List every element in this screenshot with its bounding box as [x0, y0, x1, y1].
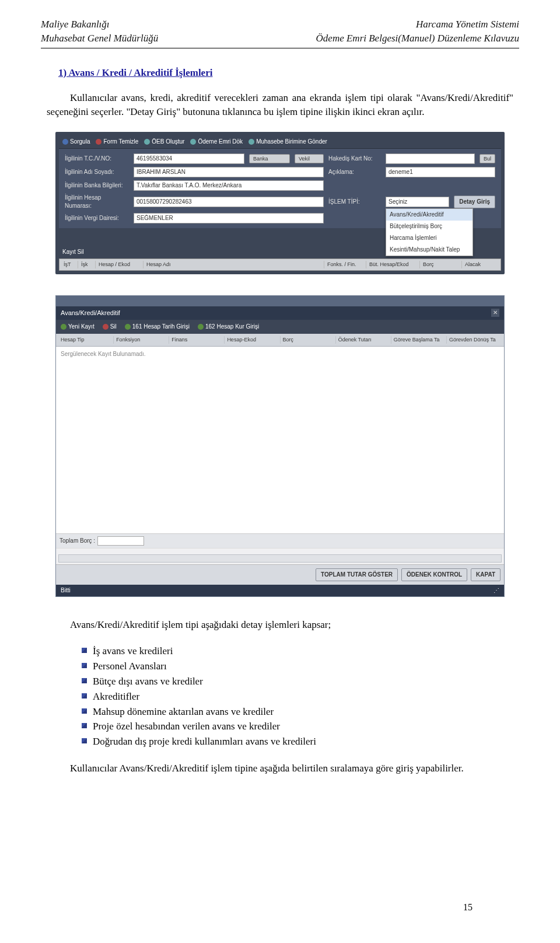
- list-item: İş avans ve kredileri: [82, 644, 513, 658]
- gonder-label: Muhasebe Birimine Gönder: [256, 138, 327, 146]
- s1-col-5: Büt. Hesap/Ekod: [368, 261, 420, 268]
- s2-col-7[interactable]: Görevden Dönüş Ta: [447, 336, 502, 344]
- input-hakedis[interactable]: [386, 153, 475, 164]
- detay-giris-button[interactable]: Detay Giriş: [454, 195, 495, 208]
- bullet-icon: [82, 663, 87, 668]
- s1-col-3: Hesap Adı: [145, 261, 324, 268]
- s2-statusbar: Bitti ⋰: [56, 585, 504, 596]
- input-banka[interactable]: [134, 180, 324, 191]
- lbl-adsoy: İlgilinin Adı Soyadı:: [65, 168, 129, 176]
- page-number: 15: [463, 901, 473, 914]
- list-item: Mahsup dönemine aktarılan avans ve kredi…: [82, 705, 513, 719]
- close-icon[interactable]: ✕: [491, 309, 499, 317]
- s1-col-0: İşT: [62, 261, 78, 268]
- oeb-olustur-button[interactable]: ÖEB Oluştur: [144, 138, 184, 146]
- bullet-icon: [82, 723, 87, 728]
- odeme-label: Ödeme Emri Dök: [198, 138, 243, 146]
- s1-col-1: İşk: [79, 261, 96, 268]
- clear-icon: [96, 139, 102, 145]
- dd-item-0[interactable]: Avans/Kredi/Akreditif: [386, 209, 473, 221]
- input-adsoy[interactable]: [134, 167, 324, 177]
- paragraph-1: Kullanıcılar avans, kredi, akreditif ver…: [47, 91, 513, 119]
- input-aciklama[interactable]: [386, 167, 495, 177]
- paragraph-2: Avans/Kredi/Akreditif işlem tipi aşağıda…: [47, 618, 513, 632]
- lbl-hesap: İlgilinin Hesap Numarası:: [65, 194, 129, 210]
- toplam-input[interactable]: [97, 536, 144, 546]
- banka-button[interactable]: Banka: [249, 154, 290, 164]
- s2-col-1[interactable]: Fonksiyon: [114, 336, 169, 344]
- bul-button[interactable]: Bul: [480, 154, 495, 164]
- hdr-right1: Harcama Yönetim Sistemi: [316, 18, 519, 32]
- s2-col-4[interactable]: Borç: [281, 336, 336, 344]
- hdr-left1: Maliye Bakanlığı: [41, 18, 158, 32]
- s1-toolbar: Sorgula Form Temizle ÖEB Oluştur Ödeme E…: [59, 135, 501, 149]
- s2-toolbar: Yeni Kayıt Sil 161 Hesap Tarih Girişi 16…: [56, 320, 504, 334]
- delete-icon: [103, 324, 108, 330]
- oeb-label: ÖEB Oluştur: [152, 138, 184, 146]
- sorgula-label: Sorgula: [70, 138, 90, 146]
- bullet-icon: [82, 678, 87, 683]
- gonder-button[interactable]: Muhasebe Birimine Gönder: [249, 138, 327, 146]
- sorgula-button[interactable]: Sorgula: [62, 138, 90, 146]
- input-hesap[interactable]: [134, 197, 324, 207]
- s2-col-5[interactable]: Ödenek Tutarı: [336, 336, 391, 344]
- h161-button[interactable]: 161 Hesap Tarih Girişi: [125, 323, 190, 331]
- list-item: Bütçe dışı avans ve krediler: [82, 675, 513, 689]
- s1-col-6: Borç: [421, 261, 462, 268]
- screenshot-2: Avans/Kredi/Akreditif ✕ Yeni Kayıt Sil 1…: [55, 295, 505, 597]
- toplam-label: Toplam Borç :: [60, 537, 95, 545]
- islem-dropdown[interactable]: Avans/Kredi/Akreditif Bütçeleştirilmiş B…: [386, 197, 449, 207]
- h-scrollbar[interactable]: [58, 554, 502, 563]
- dd-item-1[interactable]: Bütçeleştirilmiş Borç: [386, 221, 473, 232]
- form-temizle-label: Form Temizle: [103, 138, 138, 146]
- list-item: Akreditifler: [82, 690, 513, 704]
- s1-form: İlgilinin T.C./V.NO: Banka Vekil Hakediş…: [59, 149, 501, 228]
- s1-column-headers: İşT İşk Hesap / Ekod Hesap Adı Fonks. / …: [59, 259, 501, 271]
- send-icon: [249, 139, 254, 145]
- select-islem[interactable]: [386, 197, 449, 207]
- dd-item-2[interactable]: Harcama İşlemleri: [386, 232, 473, 244]
- doc-icon: [144, 139, 150, 145]
- s2-button-bar: TOPLAM TUTAR GÖSTER ÖDENEK KONTROL KAPAT: [56, 564, 504, 585]
- vekil-button[interactable]: Vekil: [295, 154, 324, 164]
- status-text: Bitti: [61, 586, 71, 595]
- input-tcvno[interactable]: [134, 153, 244, 164]
- s2-titlebar: Avans/Kredi/Akreditif ✕: [56, 306, 504, 320]
- s2-scroll-area: [56, 548, 504, 564]
- s2-col-0[interactable]: Hesap Tip: [58, 336, 114, 344]
- hdr-divider: [41, 48, 519, 48]
- toplam-tutar-button[interactable]: TOPLAM TUTAR GÖSTER: [316, 568, 398, 581]
- s2-title: Avans/Kredi/Akreditif: [61, 309, 120, 317]
- kapat-button[interactable]: KAPAT: [471, 568, 501, 581]
- hdr-right2: Ödeme Emri Belgesi(Manuel) Düzenleme Kıl…: [316, 32, 519, 46]
- odeme-emri-button[interactable]: Ödeme Emri Dök: [190, 138, 243, 146]
- input-vergi[interactable]: [134, 213, 324, 223]
- list-item: Proje özel hesabından verilen avans ve k…: [82, 720, 513, 734]
- lbl-vergi: İlgilinin Vergi Dairesi:: [65, 214, 129, 222]
- s2-footer-toplam: Toplam Borç :: [56, 533, 504, 548]
- list-item: Doğrudan dış proje kredi kullanımları av…: [82, 735, 513, 749]
- list-item: Personel Avansları: [82, 659, 513, 673]
- bullet-icon: [82, 693, 87, 698]
- print-icon: [190, 139, 196, 145]
- dropdown-menu: Avans/Kredi/Akreditif Bütçeleştirilmiş B…: [386, 208, 473, 256]
- search-icon: [62, 139, 68, 145]
- section-title: 1) Avans / Kredi / Akreditif İşlemleri: [58, 66, 519, 80]
- s2-col-6[interactable]: Göreve Başlama Ta: [391, 336, 447, 344]
- screenshot-1: Sorgula Form Temizle ÖEB Oluştur Ödeme E…: [55, 132, 505, 274]
- s2-col-2[interactable]: Finans: [169, 336, 225, 344]
- resize-icon[interactable]: ⋰: [494, 586, 499, 595]
- paragraph-3: Kullanıcılar Avans/Kredi/Akreditif işlem…: [47, 762, 513, 776]
- odenek-kontrol-button[interactable]: ÖDENEK KONTROL: [401, 568, 467, 581]
- s2-col-3[interactable]: Hesap-Ekod: [225, 336, 280, 344]
- plus-icon: [198, 324, 204, 330]
- yeni-kayit-button[interactable]: Yeni Kayıt: [61, 323, 94, 331]
- sil-button[interactable]: Sil: [103, 323, 117, 331]
- bullet-icon: [82, 738, 87, 743]
- doc-header: Maliye Bakanlığı Muhasebat Genel Müdürlü…: [41, 18, 519, 46]
- form-temizle-button[interactable]: Form Temizle: [96, 138, 138, 146]
- bullet-icon: [82, 708, 87, 714]
- dd-item-3[interactable]: Kesinti/Mahsup/Nakit Talep: [386, 244, 473, 256]
- s2-grid-body: Sergülenecek Kayıt Bulunamadı.: [56, 347, 504, 533]
- h162-button[interactable]: 162 Hesap Kur Girişi: [198, 323, 259, 331]
